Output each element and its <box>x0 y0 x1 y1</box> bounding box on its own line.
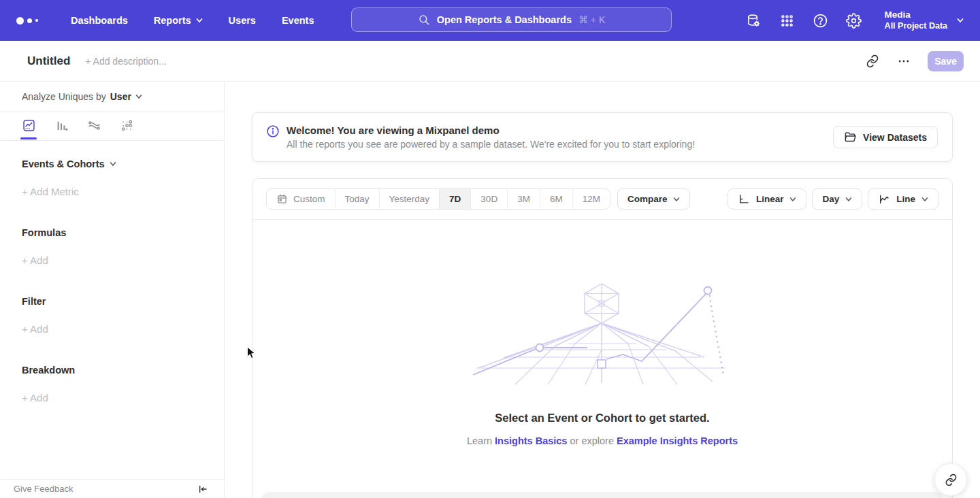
report-actions: Save <box>865 51 964 71</box>
retention-grid-icon <box>120 118 134 133</box>
query-builder-sidebar: Analyze Uniques by User <box>0 82 225 498</box>
empty-state-links: Learn Insights Basics or explore Example… <box>467 435 738 446</box>
insights-basics-link[interactable]: Insights Basics <box>495 435 567 446</box>
range-label: Yesterday <box>389 194 430 204</box>
collapse-sidebar-icon[interactable] <box>197 484 208 495</box>
chart-controls: Custom Today Yesterday 7D 30D 3M 6M 12M … <box>252 179 952 220</box>
save-button[interactable]: Save <box>928 51 964 71</box>
section-title: Formulas <box>22 227 66 238</box>
report-header: Untitled + Add description... Save <box>0 41 980 82</box>
tab-retention[interactable] <box>118 112 135 139</box>
view-datasets-label: View Datasets <box>863 132 927 143</box>
insights-chart-icon <box>22 118 36 133</box>
range-label: 30D <box>480 194 497 204</box>
section-title: Events & Cohorts <box>22 159 105 169</box>
project-subtitle: All Project Data <box>885 21 947 32</box>
range-label: Custom <box>293 194 325 204</box>
section-breakdown: Breakdown + Add <box>22 365 202 403</box>
events-cohorts-header[interactable]: Events & Cohorts <box>22 159 202 169</box>
more-options-icon[interactable] <box>896 54 911 69</box>
analyze-by-value: User <box>110 91 131 102</box>
report-title[interactable]: Untitled <box>27 54 70 68</box>
chevron-down-icon <box>789 196 796 203</box>
bar-chart-icon <box>54 118 69 133</box>
range-label: 3M <box>517 194 530 204</box>
empty-state-illustration <box>473 281 732 387</box>
global-search[interactable]: Open Reports & Dashboards ⌘ + K <box>351 7 672 32</box>
nav-item-label: Reports <box>154 15 191 26</box>
view-datasets-button[interactable]: View Datasets <box>833 126 938 148</box>
search-shortcut: ⌘ + K <box>578 14 605 25</box>
primary-nav: Dashboards Reports Users Events <box>71 15 314 26</box>
search-icon <box>418 14 430 26</box>
add-formula-button[interactable]: + Add <box>22 254 202 266</box>
range-30d[interactable]: 30D <box>471 189 508 209</box>
range-7d[interactable]: 7D <box>440 189 471 209</box>
add-filter-button[interactable]: + Add <box>22 323 202 335</box>
chevron-down-icon <box>673 196 680 203</box>
chevron-down-icon <box>845 196 852 203</box>
scale-selector[interactable]: Linear <box>728 188 807 210</box>
chart-type-selector[interactable]: Line <box>868 188 938 210</box>
tab-flows[interactable] <box>86 112 102 139</box>
search-label: Open Reports & Dashboards <box>437 14 572 25</box>
help-icon[interactable] <box>813 12 829 29</box>
learn-prefix-text: Learn <box>467 435 492 446</box>
project-switcher[interactable]: Media All Project Data <box>885 10 964 32</box>
banner-title: Welcome! You are viewing a Mixpanel demo <box>287 124 695 136</box>
tab-bar-chart[interactable] <box>53 112 69 139</box>
empty-state-title: Select an Event or Cohort to get started… <box>495 412 709 425</box>
mixpanel-app: Dashboards Reports Users Events Open Rep… <box>0 0 980 498</box>
data-management-icon[interactable] <box>746 12 762 29</box>
flows-icon <box>87 118 101 133</box>
add-metric-button[interactable]: + Add Metric <box>22 186 202 197</box>
nav-right-controls: Media All Project Data <box>746 0 964 41</box>
floating-link-button[interactable] <box>934 463 967 496</box>
empty-state: Select an Event or Cohort to get started… <box>252 281 952 446</box>
chart-type-label: Line <box>896 194 915 204</box>
range-today[interactable]: Today <box>336 189 380 209</box>
example-insights-reports-link[interactable]: Example Insights Reports <box>617 435 738 446</box>
range-custom[interactable]: Custom <box>267 189 336 209</box>
tab-insights[interactable] <box>20 112 37 139</box>
range-label: 7D <box>449 194 461 204</box>
range-3m[interactable]: 3M <box>508 189 540 209</box>
mixpanel-logo-icon[interactable] <box>16 17 53 24</box>
range-yesterday[interactable]: Yesterday <box>380 189 440 209</box>
chevron-down-icon <box>957 17 964 24</box>
add-description-field[interactable]: + Add description... <box>85 56 166 67</box>
main-content: Welcome! You are viewing a Mixpanel demo… <box>225 82 980 498</box>
nav-item-events[interactable]: Events <box>282 15 314 26</box>
report-card: Custom Today Yesterday 7D 30D 3M 6M 12M … <box>252 178 953 498</box>
range-12m[interactable]: 12M <box>573 189 610 209</box>
section-formulas: Formulas + Add <box>22 227 202 266</box>
link-icon <box>945 474 958 486</box>
scale-label: Linear <box>756 194 784 204</box>
copy-link-icon[interactable] <box>865 54 880 69</box>
range-label: 6M <box>550 194 563 204</box>
nav-item-label: Dashboards <box>71 15 128 26</box>
range-6m[interactable]: 6M <box>540 189 573 209</box>
analyze-by-label: Analyze Uniques by <box>22 91 106 102</box>
compare-label: Compare <box>627 194 668 204</box>
section-events-cohorts: Events & Cohorts + Add Metric <box>22 159 202 197</box>
compare-button[interactable]: Compare <box>617 188 691 210</box>
nav-item-reports[interactable]: Reports <box>154 15 203 26</box>
give-feedback-link[interactable]: Give Feedback <box>14 484 73 494</box>
section-title: Breakdown <box>22 365 75 376</box>
breakdown-table-panel <box>261 492 944 498</box>
sidebar-footer: Give Feedback <box>0 479 224 498</box>
add-breakdown-button[interactable]: + Add <box>22 392 202 403</box>
welcome-banner: Welcome! You are viewing a Mixpanel demo… <box>252 112 953 162</box>
gear-icon[interactable] <box>846 12 862 29</box>
nav-item-users[interactable]: Users <box>229 15 256 26</box>
apps-grid-icon[interactable] <box>779 12 796 29</box>
top-nav: Dashboards Reports Users Events Open Rep… <box>0 0 980 41</box>
interval-selector[interactable]: Day <box>812 188 862 210</box>
chevron-down-icon <box>110 161 116 167</box>
analyze-by-dropdown[interactable]: User <box>110 91 142 102</box>
nav-item-dashboards[interactable]: Dashboards <box>71 15 128 26</box>
nav-item-label: Users <box>229 15 256 26</box>
nav-item-label: Events <box>282 15 314 26</box>
project-name: Media <box>885 10 947 21</box>
